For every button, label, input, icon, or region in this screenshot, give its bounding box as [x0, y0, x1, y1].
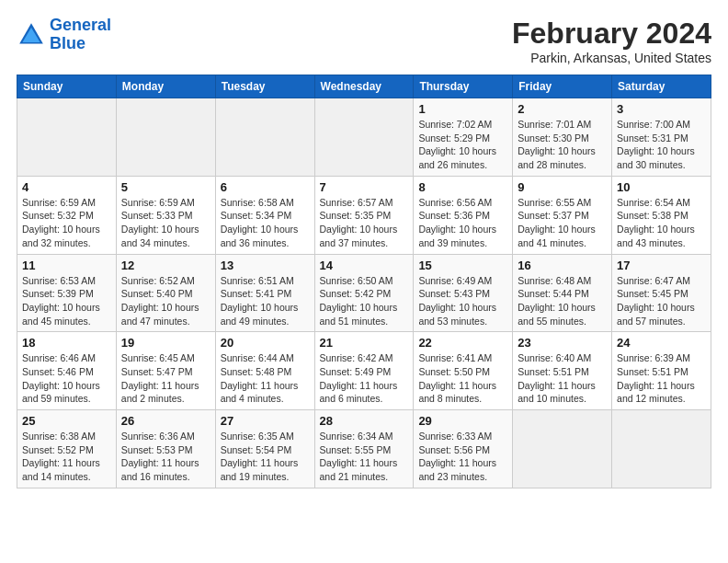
calendar-cell — [314, 98, 414, 177]
cell-info: Sunrise: 6:45 AM Sunset: 5:47 PM Dayligh… — [121, 351, 210, 406]
cell-day-number: 20 — [221, 336, 310, 350]
subtitle: Parkin, Arkansas, United States — [512, 51, 711, 65]
cell-day-number: 24 — [617, 336, 706, 350]
cell-info: Sunrise: 6:49 AM Sunset: 5:43 PM Dayligh… — [418, 274, 507, 328]
calendar-table: SundayMondayTuesdayWednesdayThursdayFrid… — [17, 75, 711, 488]
cell-info: Sunrise: 6:42 AM Sunset: 5:49 PM Dayligh… — [320, 351, 409, 406]
day-header-monday: Monday — [116, 75, 215, 98]
calendar-cell: 2Sunrise: 7:01 AM Sunset: 5:30 PM Daylig… — [513, 98, 612, 177]
cell-info: Sunrise: 7:01 AM Sunset: 5:30 PM Dayligh… — [518, 118, 607, 172]
calendar-cell: 12Sunrise: 6:52 AM Sunset: 5:40 PM Dayli… — [116, 254, 215, 332]
calendar-cell: 24Sunrise: 6:39 AM Sunset: 5:51 PM Dayli… — [612, 332, 711, 410]
day-header-tuesday: Tuesday — [215, 75, 314, 98]
day-header-wednesday: Wednesday — [314, 75, 414, 98]
calendar-cell: 9Sunrise: 6:55 AM Sunset: 5:37 PM Daylig… — [513, 176, 612, 254]
calendar-header: SundayMondayTuesdayWednesdayThursdayFrid… — [17, 75, 711, 98]
cell-info: Sunrise: 6:35 AM Sunset: 5:54 PM Dayligh… — [221, 430, 310, 484]
calendar-cell — [513, 410, 612, 488]
cell-info: Sunrise: 6:54 AM Sunset: 5:38 PM Dayligh… — [617, 196, 706, 250]
logo-text: General Blue — [50, 17, 111, 53]
calendar-cell: 15Sunrise: 6:49 AM Sunset: 5:43 PM Dayli… — [414, 254, 513, 332]
cell-day-number: 12 — [121, 259, 210, 272]
cell-info: Sunrise: 6:56 AM Sunset: 5:36 PM Dayligh… — [418, 196, 507, 250]
cell-info: Sunrise: 6:50 AM Sunset: 5:42 PM Dayligh… — [320, 274, 409, 328]
cell-day-number: 6 — [221, 180, 310, 194]
cell-day-number: 26 — [121, 414, 210, 428]
cell-info: Sunrise: 6:41 AM Sunset: 5:50 PM Dayligh… — [418, 351, 507, 406]
week-row-3: 11Sunrise: 6:53 AM Sunset: 5:39 PM Dayli… — [17, 254, 711, 332]
calendar-cell: 21Sunrise: 6:42 AM Sunset: 5:49 PM Dayli… — [314, 332, 414, 410]
cell-day-number: 7 — [320, 180, 409, 194]
cell-day-number: 16 — [518, 259, 607, 272]
cell-day-number: 8 — [418, 180, 507, 194]
cell-info: Sunrise: 7:00 AM Sunset: 5:31 PM Dayligh… — [617, 118, 706, 172]
calendar-cell: 17Sunrise: 6:47 AM Sunset: 5:45 PM Dayli… — [612, 254, 711, 332]
calendar-cell: 5Sunrise: 6:59 AM Sunset: 5:33 PM Daylig… — [116, 176, 215, 254]
cell-info: Sunrise: 6:34 AM Sunset: 5:55 PM Dayligh… — [320, 430, 409, 484]
cell-info: Sunrise: 6:58 AM Sunset: 5:34 PM Dayligh… — [221, 196, 310, 250]
cell-day-number: 17 — [617, 259, 706, 272]
day-header-thursday: Thursday — [414, 75, 513, 98]
day-header-sunday: Sunday — [17, 75, 117, 98]
cell-day-number: 10 — [617, 180, 706, 194]
calendar-cell — [612, 410, 711, 488]
cell-day-number: 15 — [418, 259, 507, 272]
calendar-cell: 19Sunrise: 6:45 AM Sunset: 5:47 PM Dayli… — [116, 332, 215, 410]
cell-info: Sunrise: 6:40 AM Sunset: 5:51 PM Dayligh… — [518, 351, 607, 406]
cell-info: Sunrise: 7:02 AM Sunset: 5:29 PM Dayligh… — [418, 118, 507, 172]
header: General Blue February 2024 Parkin, Arkan… — [17, 17, 711, 65]
calendar-cell: 27Sunrise: 6:35 AM Sunset: 5:54 PM Dayli… — [215, 410, 314, 488]
calendar-cell: 26Sunrise: 6:36 AM Sunset: 5:53 PM Dayli… — [116, 410, 215, 488]
cell-info: Sunrise: 6:55 AM Sunset: 5:37 PM Dayligh… — [518, 196, 607, 250]
calendar-cell: 23Sunrise: 6:40 AM Sunset: 5:51 PM Dayli… — [513, 332, 612, 410]
calendar-cell: 11Sunrise: 6:53 AM Sunset: 5:39 PM Dayli… — [17, 254, 117, 332]
title-block: February 2024 Parkin, Arkansas, United S… — [512, 17, 711, 65]
logo-blue: Blue — [50, 34, 85, 52]
cell-day-number: 22 — [418, 336, 507, 350]
cell-info: Sunrise: 6:46 AM Sunset: 5:46 PM Dayligh… — [22, 351, 111, 406]
calendar-cell: 6Sunrise: 6:58 AM Sunset: 5:34 PM Daylig… — [215, 176, 314, 254]
calendar-cell — [215, 98, 314, 177]
cell-day-number: 5 — [121, 180, 210, 194]
cell-day-number: 4 — [22, 180, 111, 194]
cell-day-number: 9 — [518, 180, 607, 194]
week-row-1: 1Sunrise: 7:02 AM Sunset: 5:29 PM Daylig… — [17, 98, 711, 177]
calendar-cell: 18Sunrise: 6:46 AM Sunset: 5:46 PM Dayli… — [17, 332, 117, 410]
cell-day-number: 2 — [518, 102, 607, 116]
week-row-5: 25Sunrise: 6:38 AM Sunset: 5:52 PM Dayli… — [17, 410, 711, 488]
cell-day-number: 1 — [418, 102, 507, 116]
cell-day-number: 13 — [221, 259, 310, 272]
cell-info: Sunrise: 6:47 AM Sunset: 5:45 PM Dayligh… — [617, 274, 706, 328]
cell-day-number: 28 — [320, 414, 409, 428]
cell-day-number: 25 — [22, 414, 111, 428]
cell-info: Sunrise: 6:57 AM Sunset: 5:35 PM Dayligh… — [320, 196, 409, 250]
logo-icon — [17, 20, 46, 50]
cell-info: Sunrise: 6:48 AM Sunset: 5:44 PM Dayligh… — [518, 274, 607, 328]
calendar-cell: 3Sunrise: 7:00 AM Sunset: 5:31 PM Daylig… — [612, 98, 711, 177]
calendar-cell — [17, 98, 117, 177]
calendar-cell: 13Sunrise: 6:51 AM Sunset: 5:41 PM Dayli… — [215, 254, 314, 332]
cell-day-number: 29 — [418, 414, 507, 428]
cell-day-number: 19 — [121, 336, 210, 350]
week-row-4: 18Sunrise: 6:46 AM Sunset: 5:46 PM Dayli… — [17, 332, 711, 410]
calendar-cell: 28Sunrise: 6:34 AM Sunset: 5:55 PM Dayli… — [314, 410, 414, 488]
calendar-cell: 22Sunrise: 6:41 AM Sunset: 5:50 PM Dayli… — [414, 332, 513, 410]
cell-info: Sunrise: 6:53 AM Sunset: 5:39 PM Dayligh… — [22, 274, 111, 328]
calendar-cell: 1Sunrise: 7:02 AM Sunset: 5:29 PM Daylig… — [414, 98, 513, 177]
cell-day-number: 3 — [617, 102, 706, 116]
day-header-saturday: Saturday — [612, 75, 711, 98]
cell-day-number: 27 — [221, 414, 310, 428]
calendar-cell: 29Sunrise: 6:33 AM Sunset: 5:56 PM Dayli… — [414, 410, 513, 488]
cell-info: Sunrise: 6:38 AM Sunset: 5:52 PM Dayligh… — [22, 430, 111, 484]
day-headers-row: SundayMondayTuesdayWednesdayThursdayFrid… — [17, 75, 711, 98]
cell-day-number: 11 — [22, 259, 111, 272]
calendar-cell: 8Sunrise: 6:56 AM Sunset: 5:36 PM Daylig… — [414, 176, 513, 254]
day-header-friday: Friday — [513, 75, 612, 98]
week-row-2: 4Sunrise: 6:59 AM Sunset: 5:32 PM Daylig… — [17, 176, 711, 254]
logo-general: General — [50, 16, 111, 34]
calendar-cell: 7Sunrise: 6:57 AM Sunset: 5:35 PM Daylig… — [314, 176, 414, 254]
cell-info: Sunrise: 6:33 AM Sunset: 5:56 PM Dayligh… — [418, 430, 507, 484]
calendar-cell: 14Sunrise: 6:50 AM Sunset: 5:42 PM Dayli… — [314, 254, 414, 332]
cell-info: Sunrise: 6:44 AM Sunset: 5:48 PM Dayligh… — [221, 351, 310, 406]
cell-info: Sunrise: 6:59 AM Sunset: 5:33 PM Dayligh… — [121, 196, 210, 250]
